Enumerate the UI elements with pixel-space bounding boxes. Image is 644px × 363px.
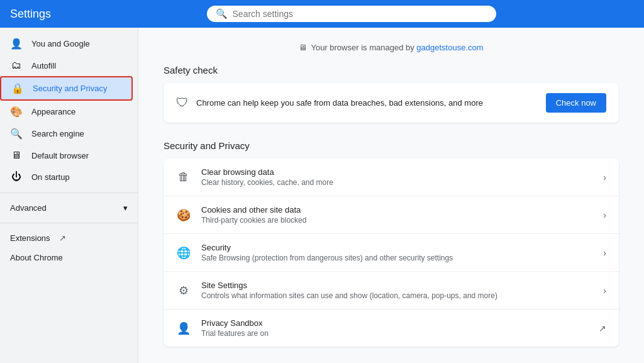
cookies-desc: Third-party cookies are blocked [201, 216, 593, 225]
sidebar-item-default-browser[interactable]: 🖥 Default browser [0, 145, 133, 166]
chevron-right-icon: › [603, 286, 606, 296]
appearance-icon: 🎨 [10, 106, 23, 118]
startup-icon: ⏻ [10, 171, 23, 182]
security-privacy-section: Security and Privacy 🗑 Clear browsing da… [164, 140, 619, 347]
safety-check-text: Chrome can help keep you safe from data … [196, 98, 538, 108]
chevron-right-icon: › [603, 172, 606, 182]
sidebar-item-on-startup[interactable]: ⏻ On startup [0, 166, 133, 187]
sidebar-label: Default browser [31, 151, 89, 160]
chevron-right-icon: › [603, 210, 606, 220]
settings-item-privacy-sandbox[interactable]: 👤 Privacy Sandbox Trial features are on … [164, 310, 619, 347]
sidebar-label: Autofill [31, 61, 56, 70]
settings-item-security[interactable]: 🌐 Security Safe Browsing (protection fro… [164, 234, 619, 272]
sidebar-label: On startup [31, 172, 70, 182]
site-settings-title: Site Settings [201, 281, 593, 290]
layout: 👤 You and Google 🗂 Autofill 🔒 Security a… [0, 28, 644, 363]
site-settings-desc: Controls what information sites can use … [201, 291, 593, 300]
external-link-icon: ↗ [59, 233, 66, 243]
person-icon: 👤 [10, 38, 23, 50]
about-chrome-label: About Chrome [10, 253, 63, 262]
settings-item-site-settings[interactable]: ⚙ Site Settings Controls what informatio… [164, 272, 619, 310]
sidebar-extensions[interactable]: Extensions ↗ [0, 228, 138, 248]
clear-browsing-title: Clear browsing data [201, 167, 593, 177]
sidebar-item-security-privacy[interactable]: 🔒 Security and Privacy [0, 76, 133, 101]
sidebar-label: Security and Privacy [33, 84, 108, 93]
settings-item-clear-browsing[interactable]: 🗑 Clear browsing data Clear history, coo… [164, 159, 619, 196]
sidebar-label: You and Google [31, 39, 90, 48]
search-bar[interactable]: 🔍 [207, 6, 496, 22]
privacy-sandbox-text: Privacy Sandbox Trial features are on [201, 318, 589, 338]
main-content: 🖥 Your browser is managed by gadgetstous… [138, 28, 644, 363]
settings-card: 🗑 Clear browsing data Clear history, coo… [164, 159, 619, 347]
security-title: Security [201, 243, 593, 252]
safety-check-title: Safety check [164, 65, 619, 75]
app-title: Settings [10, 8, 51, 21]
chevron-down-icon: ▾ [123, 203, 128, 213]
globe-icon: 🌐 [176, 246, 191, 260]
cookie-icon: 🍪 [176, 208, 191, 222]
sidebar-divider2 [0, 223, 138, 223]
sidebar-divider [0, 193, 138, 193]
browser-icon: 🖥 [10, 150, 23, 161]
site-settings-text: Site Settings Controls what information … [201, 281, 593, 300]
top-bar: Settings 🔍 [0, 0, 644, 28]
trash-icon: 🗑 [176, 170, 191, 184]
lock-icon: 🔒 [11, 82, 24, 94]
search-engine-icon: 🔍 [10, 128, 23, 140]
clear-browsing-text: Clear browsing data Clear history, cooki… [201, 167, 593, 187]
settings-item-cookies[interactable]: 🍪 Cookies and other site data Third-part… [164, 196, 619, 234]
shield-icon: 🛡 [176, 96, 189, 110]
sidebar-label: Appearance [31, 107, 75, 116]
extensions-label: Extensions [10, 233, 50, 243]
sidebar-advanced[interactable]: Advanced ▾ [0, 198, 138, 218]
sidebar-item-search-engine[interactable]: 🔍 Search engine [0, 123, 133, 145]
sandbox-icon: 👤 [176, 321, 191, 335]
sidebar-label: Search engine [31, 129, 84, 138]
cookies-title: Cookies and other site data [201, 205, 593, 215]
privacy-sandbox-desc: Trial features are on [201, 329, 589, 338]
search-input[interactable] [233, 9, 487, 19]
sidebar-about-chrome[interactable]: About Chrome [0, 248, 138, 267]
external-link-icon: ↗ [599, 323, 606, 333]
chevron-right-icon: › [603, 248, 606, 258]
advanced-label: Advanced [10, 203, 47, 213]
managed-text: Your browser is managed by gadgetstouse.… [311, 43, 483, 52]
managed-icon: 🖥 [299, 43, 307, 52]
managed-bar: 🖥 Your browser is managed by gadgetstous… [164, 43, 619, 52]
security-text: Security Safe Browsing (protection from … [201, 243, 593, 262]
managed-domain-link[interactable]: gadgetstouse.com [416, 43, 483, 52]
sidebar-item-autofill[interactable]: 🗂 Autofill [0, 55, 133, 76]
safety-check-section: Safety check 🛡 Chrome can help keep you … [164, 65, 619, 123]
security-privacy-title: Security and Privacy [164, 140, 619, 151]
security-desc: Safe Browsing (protection from dangerous… [201, 254, 593, 262]
safety-check-card: 🛡 Chrome can help keep you safe from dat… [164, 83, 619, 123]
cookies-text: Cookies and other site data Third-party … [201, 205, 593, 225]
check-now-button[interactable]: Check now [546, 93, 606, 113]
gear-icon: ⚙ [176, 284, 191, 298]
search-icon: 🔍 [216, 8, 228, 20]
privacy-sandbox-title: Privacy Sandbox [201, 318, 589, 328]
autofill-icon: 🗂 [10, 60, 23, 71]
clear-browsing-desc: Clear history, cookies, cache, and more [201, 178, 593, 187]
sidebar-item-you-and-google[interactable]: 👤 You and Google [0, 33, 133, 55]
sidebar: 👤 You and Google 🗂 Autofill 🔒 Security a… [0, 28, 138, 363]
sidebar-item-appearance[interactable]: 🎨 Appearance [0, 101, 133, 123]
